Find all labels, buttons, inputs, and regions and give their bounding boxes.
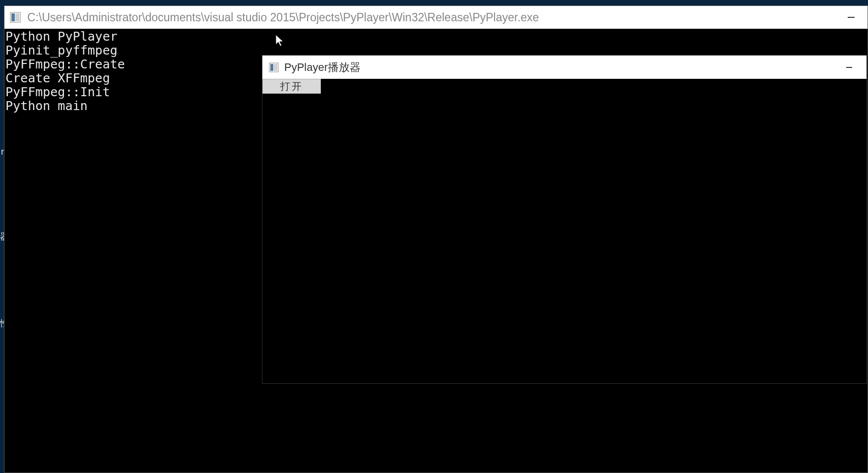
player-minimize-button[interactable] — [838, 56, 861, 79]
player-app-icon — [268, 62, 279, 73]
svg-rect-7 — [846, 67, 852, 68]
player-window: PyPlayer播放器 打开 — [262, 55, 867, 384]
console-line: Python PyPlayer — [5, 30, 867, 44]
background-fragment: 性 — [0, 317, 4, 329]
open-button[interactable]: 打开 — [262, 79, 321, 94]
player-toolbar: 打开 — [262, 79, 867, 94]
svg-rect-1 — [11, 13, 15, 21]
svg-rect-2 — [15, 13, 19, 21]
background-fragment: r — [0, 146, 4, 157]
minimize-icon — [848, 17, 855, 18]
console-minimize-button[interactable] — [840, 6, 863, 29]
svg-rect-6 — [274, 64, 277, 71]
svg-rect-3 — [848, 17, 855, 18]
minimize-icon — [846, 67, 852, 68]
player-titlebar[interactable]: PyPlayer播放器 — [262, 56, 867, 79]
console-title: C:\Users\Administrator\documents\visual … — [27, 11, 840, 24]
player-title: PyPlayer播放器 — [284, 60, 838, 75]
svg-rect-5 — [270, 64, 273, 71]
console-titlebar[interactable]: C:\Users\Administrator\documents\visual … — [4, 6, 868, 29]
console-app-icon — [9, 11, 21, 23]
player-video-area[interactable] — [262, 94, 867, 383]
background-fragment: 器 — [0, 231, 4, 242]
